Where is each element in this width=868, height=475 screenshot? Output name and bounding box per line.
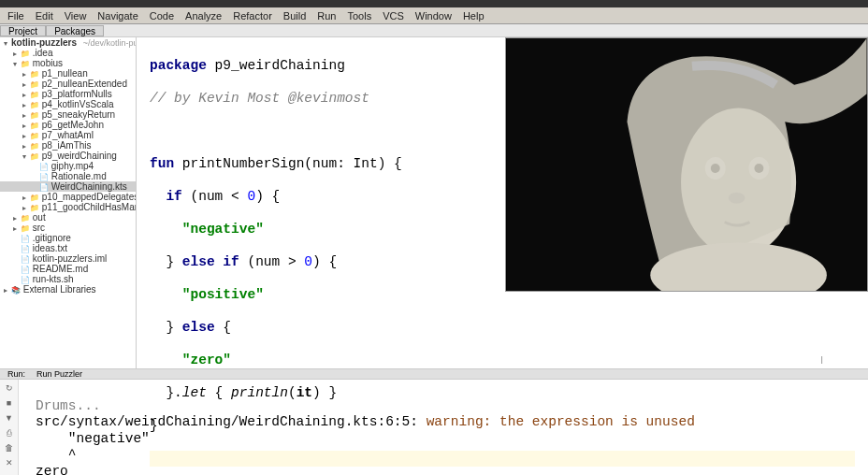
run-tab-puzzler[interactable]: Run Puzzler: [31, 369, 88, 379]
editor-area[interactable]: package p9_weirdChaining // by Kevin Mos…: [137, 37, 868, 368]
tab-project[interactable]: Project: [0, 25, 46, 36]
trash-icon[interactable]: 🗑: [3, 441, 16, 454]
close-icon[interactable]: ✕: [3, 456, 16, 469]
menu-build[interactable]: Build: [278, 9, 311, 22]
tree-item[interactable]: ▸📁 p1_nullean: [0, 68, 136, 79]
menu-navigate[interactable]: Navigate: [92, 9, 143, 22]
tool-tabs: Project Packages: [0, 24, 868, 37]
editor-cursor-mark: I: [820, 355, 823, 366]
tree-item[interactable]: 📄 WeirdChaining.kts: [0, 181, 136, 192]
tree-item[interactable]: 📄 giphy.mp4: [0, 161, 136, 171]
tree-item[interactable]: 📄 kotlin-puzzlers.iml: [0, 253, 136, 264]
menu-run[interactable]: Run: [311, 9, 341, 22]
rerun-icon[interactable]: ↻: [3, 381, 16, 395]
tree-item[interactable]: ▸📁 p3_platformNulls: [0, 89, 136, 99]
video-overlay: [505, 37, 868, 292]
menu-edit[interactable]: Edit: [30, 9, 59, 22]
window-titlebar: [0, 0, 868, 7]
tree-item[interactable]: ▸📁 p5_sneakyReturn: [0, 109, 136, 120]
tree-item[interactable]: ▸📁 p7_whatAmI: [0, 130, 136, 140]
tree-item[interactable]: ▸📁 p10_mappedDelegates: [0, 192, 136, 202]
menu-help[interactable]: Help: [457, 9, 490, 22]
down-icon[interactable]: ▼: [3, 411, 16, 425]
tree-item[interactable]: 📄 README.md: [0, 264, 136, 274]
tree-item[interactable]: 📄 .gitignore: [0, 233, 136, 243]
tree-item[interactable]: 📄 Rationale.md: [0, 171, 136, 181]
tree-item[interactable]: ▸📁 .idea: [0, 48, 136, 58]
tree-item[interactable]: ▸📁 p4_kotlinVsScala: [0, 99, 136, 109]
tree-item[interactable]: ▸📁 src: [0, 223, 136, 233]
tree-item[interactable]: 📄 ideas.txt: [0, 243, 136, 253]
run-tab-label: Run:: [2, 369, 31, 379]
menu-analyze[interactable]: Analyze: [180, 9, 227, 22]
tree-item[interactable]: 📄 run-kts.sh: [0, 274, 136, 284]
menu-vcs[interactable]: VCS: [377, 9, 410, 22]
tree-item[interactable]: ▸📁 out: [0, 212, 136, 223]
menu-refactor[interactable]: Refactor: [227, 9, 278, 22]
menu-code[interactable]: Code: [144, 9, 180, 22]
menubar: File Edit View Navigate Code Analyze Ref…: [0, 7, 868, 24]
menu-tools[interactable]: Tools: [341, 9, 377, 22]
tree-item[interactable]: ▸📁 p2_nulleanExtended: [0, 79, 136, 89]
tree-item[interactable]: ▸📁 p8_iAmThis: [0, 140, 136, 151]
stop-icon[interactable]: ■: [3, 396, 16, 410]
tree-item[interactable]: ▸📚 External Libraries: [0, 284, 136, 295]
tree-item[interactable]: ▸📁 p11_goodChildHasManyNames: [0, 202, 136, 212]
console-gutter: ↻ ■ ▼ ⎙ 🗑 ✕: [0, 380, 19, 475]
tree-item[interactable]: ▾📁 mobius: [0, 58, 136, 68]
menu-view[interactable]: View: [59, 9, 93, 22]
tree-item[interactable]: ▾📁 p9_weirdChaining: [0, 151, 136, 161]
menu-window[interactable]: Window: [410, 9, 457, 22]
menu-file[interactable]: File: [2, 9, 30, 22]
project-tree[interactable]: ▾kotlin-puzzlers ~/dev/kotlin-puzzlers ▸…: [0, 37, 137, 368]
print-icon[interactable]: ⎙: [3, 426, 16, 439]
tab-packages[interactable]: Packages: [46, 25, 104, 36]
tree-item[interactable]: ▸📁 p6_getMeJohn: [0, 120, 136, 130]
